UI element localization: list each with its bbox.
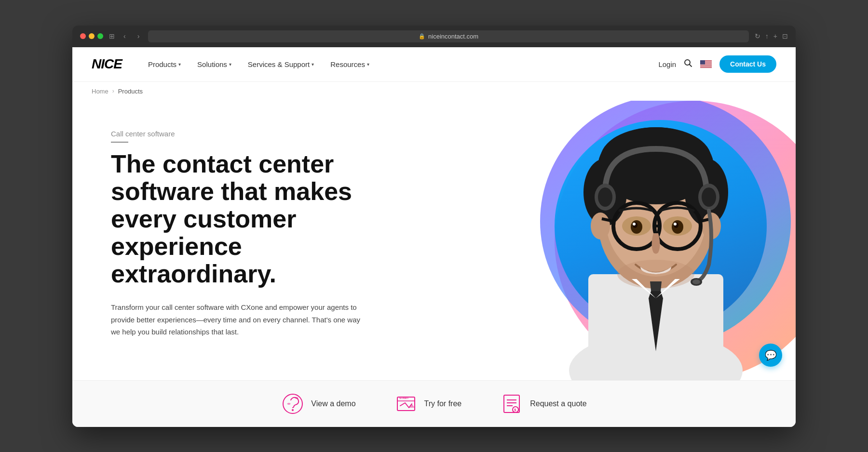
chevron-down-icon: ▾ [229, 62, 231, 67]
chevron-down-icon: ▾ [312, 62, 314, 67]
svg-point-65 [702, 187, 716, 207]
svg-point-55 [633, 223, 636, 226]
svg-text:START: START [399, 397, 409, 399]
nav-services-support[interactable]: Services & Support ▾ [241, 56, 321, 72]
svg-rect-8 [700, 67, 712, 67]
quote-icon: $ [500, 392, 523, 415]
nav-links: Products ▾ Solutions ▾ Services & Suppor… [141, 56, 658, 72]
website: NICE Products ▾ Solutions ▾ Services & S… [72, 47, 796, 427]
refresh-icon[interactable]: ↻ [755, 32, 760, 40]
nav-solutions[interactable]: Solutions ▾ [190, 56, 238, 72]
chat-button[interactable]: 💬 [759, 344, 782, 367]
svg-marker-59 [650, 281, 662, 291]
breadcrumb: Home › Products [72, 82, 796, 101]
free-trial-icon: START [394, 392, 418, 415]
svg-point-56 [674, 223, 677, 226]
back-button[interactable]: ‹ [121, 31, 129, 41]
search-icon [684, 59, 692, 67]
svg-text:★: ★ [702, 64, 702, 64]
hero-tag: Call center software [111, 130, 391, 143]
svg-rect-7 [700, 66, 712, 66]
svg-text:★: ★ [705, 64, 705, 64]
sidebar-toggle-button[interactable]: ⊞ [109, 32, 115, 40]
person-svg [530, 101, 781, 380]
demo-label: View a demo [311, 399, 355, 408]
contact-us-button[interactable]: Contact Us [719, 55, 776, 73]
chevron-down-icon: ▾ [178, 62, 181, 67]
browser-window: ⊞ ‹ › 🔒 niceincontact.com ↻ ↑ + ⊡ NICE P… [72, 26, 796, 427]
address-bar[interactable]: 🔒 niceincontact.com [148, 30, 748, 42]
browser-chrome: ⊞ ‹ › 🔒 niceincontact.com ↻ ↑ + ⊡ [72, 26, 796, 47]
request-quote-item[interactable]: $ Request a quote [500, 392, 586, 415]
svg-text:★: ★ [704, 64, 704, 64]
svg-text:★: ★ [703, 64, 703, 64]
svg-point-42 [591, 213, 610, 239]
browser-actions: ↻ ↑ + ⊡ [755, 32, 788, 40]
try-free-item[interactable]: START Try for free [394, 392, 462, 415]
nav-products[interactable]: Products ▾ [141, 56, 188, 72]
nav-right: Login [658, 55, 776, 73]
nav-resources[interactable]: Resources ▾ [324, 56, 376, 72]
svg-text:$: $ [514, 408, 516, 412]
svg-text:★: ★ [705, 61, 705, 61]
hero-person [516, 101, 796, 380]
hero-title: The contact center software that makes e… [111, 150, 391, 288]
svg-point-63 [598, 187, 612, 207]
search-button[interactable] [684, 59, 692, 70]
share-icon[interactable]: ↑ [765, 32, 769, 40]
breadcrumb-current: Products [118, 88, 143, 95]
traffic-lights [80, 33, 103, 39]
view-demo-item[interactable]: View a demo [281, 392, 355, 415]
lock-icon: 🔒 [419, 33, 425, 40]
svg-text:★: ★ [705, 62, 705, 63]
maximize-button[interactable] [97, 33, 103, 39]
main-content: Call center software The contact center … [72, 101, 796, 380]
site-logo[interactable]: NICE [92, 56, 122, 72]
minimize-button[interactable] [89, 33, 95, 39]
chevron-down-icon: ▾ [367, 62, 369, 67]
breadcrumb-separator: › [112, 88, 114, 94]
language-flag[interactable]: ★★★★★ ★★★★ ★★★★★ ★★★★ ★★★★★ [700, 60, 712, 68]
breadcrumb-home[interactable]: Home [92, 88, 108, 95]
navigation: NICE Products ▾ Solutions ▾ Services & S… [72, 47, 796, 82]
close-button[interactable] [80, 33, 86, 39]
svg-rect-6 [700, 65, 712, 65]
new-tab-icon[interactable]: + [773, 32, 777, 40]
try-free-label: Try for free [424, 399, 462, 408]
quote-label: Request a quote [530, 399, 586, 408]
fullscreen-icon[interactable]: ⊡ [782, 32, 788, 40]
demo-icon [281, 392, 304, 415]
hero-section: Call center software The contact center … [72, 101, 410, 380]
svg-text:★: ★ [701, 64, 701, 64]
svg-point-69 [292, 409, 294, 411]
forward-button[interactable]: › [135, 31, 143, 41]
svg-line-1 [690, 64, 692, 66]
svg-point-67 [692, 279, 700, 284]
login-button[interactable]: Login [658, 60, 676, 68]
url-text: niceincontact.com [428, 33, 478, 40]
hero-description: Transform your call center software with… [111, 301, 362, 338]
hero-image [477, 101, 796, 380]
cta-strip: View a demo START Try for free [72, 380, 796, 427]
chat-icon: 💬 [765, 349, 777, 361]
